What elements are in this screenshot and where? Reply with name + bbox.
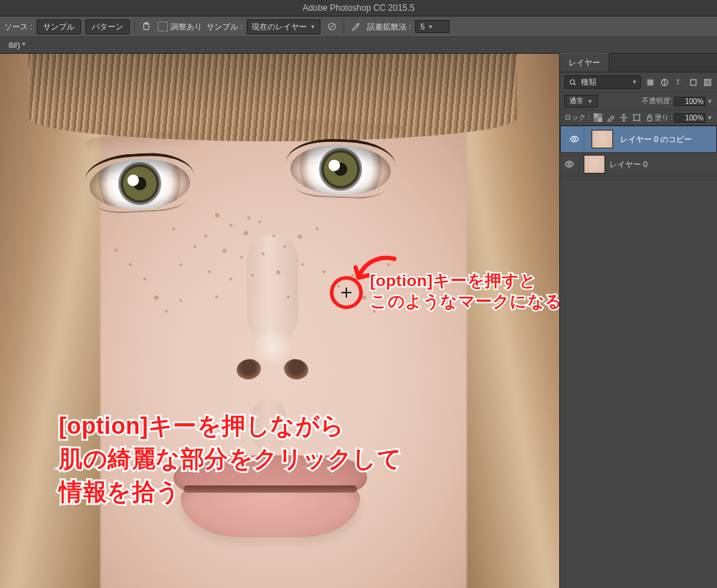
fill-input[interactable]: [674, 113, 706, 123]
aligned-checkbox[interactable]: 調整あり: [158, 22, 202, 32]
diffusion-dropdown[interactable]: 5 ▼: [415, 20, 450, 33]
photo-face: [0, 54, 559, 588]
divider: [343, 19, 344, 34]
sample-label: サンプル :: [206, 22, 242, 32]
lock-artboard-icon[interactable]: [632, 113, 642, 123]
panel-tabs: レイヤー: [560, 54, 717, 72]
source-label: ソース :: [4, 22, 32, 32]
blend-mode-dropdown[interactable]: 通常 ▼: [564, 95, 598, 108]
fill-label: 塗り :: [655, 113, 673, 123]
filter-pixel-icon[interactable]: [645, 77, 655, 87]
svg-rect-9: [705, 79, 711, 85]
layer-thumb[interactable]: [584, 155, 605, 174]
pattern-button[interactable]: パターン: [85, 19, 130, 34]
options-bar: ソース : サンプル パターン 調整あり サンプル : 現在のレイヤー ▼ 誤差…: [0, 16, 717, 37]
visibility-toggle[interactable]: [560, 153, 579, 176]
app-title: Adobe Photoshop CC 2015.5: [303, 3, 414, 13]
layer-row[interactable]: レイヤー 0: [560, 153, 717, 176]
canvas[interactable]: [option]キーを押すと このようなマークになる [option]キーを押し…: [0, 54, 559, 588]
filter-shape-icon[interactable]: [688, 77, 698, 87]
layer-thumb[interactable]: [592, 130, 613, 148]
chevron-down-icon[interactable]: ▼: [707, 98, 713, 105]
sample-button[interactable]: サンプル: [37, 19, 81, 34]
clipboard-icon[interactable]: [139, 19, 153, 34]
layer-kind-filter[interactable]: 種類 ▼: [564, 75, 641, 89]
chevron-down-icon: ▼: [427, 24, 433, 30]
svg-rect-8: [690, 80, 696, 85]
opacity-label: 不透明度:: [642, 96, 673, 106]
document-tab-bar: 8#) *: [0, 37, 717, 54]
svg-rect-14: [634, 115, 640, 120]
tab-layers[interactable]: レイヤー: [560, 53, 609, 72]
lock-position-icon[interactable]: [619, 113, 629, 123]
filter-type-icon[interactable]: T: [674, 77, 684, 87]
sample-all-icon[interactable]: [325, 19, 339, 34]
checkbox-icon[interactable]: [158, 22, 168, 32]
svg-rect-12: [594, 113, 598, 118]
chevron-down-icon: ▼: [310, 24, 315, 30]
lock-transparency-icon[interactable]: [593, 113, 603, 123]
chevron-down-icon: ▼: [587, 98, 593, 105]
layer-list: レイヤー 0 のコピー レイヤー 0: [560, 125, 717, 588]
filter-smart-icon[interactable]: [703, 77, 713, 87]
diffusion-label: 誤差拡散法 :: [367, 22, 411, 32]
divider: [134, 19, 135, 34]
blend-row: 通常 ▼ 不透明度: ▼: [560, 93, 717, 110]
layers-panel: レイヤー 種類 ▼ T 通常 ▼ 不透明度: ▼: [559, 54, 717, 588]
lock-pixels-icon[interactable]: [606, 113, 616, 123]
aligned-label: 調整あり: [171, 22, 202, 32]
svg-rect-13: [598, 118, 602, 122]
opacity-input[interactable]: [674, 97, 706, 106]
document-tab[interactable]: 8#) *: [3, 39, 31, 52]
chevron-down-icon: ▼: [632, 79, 637, 85]
layer-row[interactable]: レイヤー 0 のコピー: [560, 125, 717, 153]
pressure-size-icon[interactable]: [348, 19, 363, 34]
sample-layer-dropdown[interactable]: 現在のレイヤー ▼: [247, 19, 320, 34]
layer-name[interactable]: レイヤー 0: [609, 159, 647, 170]
lock-label: ロック :: [564, 113, 590, 123]
svg-point-3: [357, 23, 359, 25]
svg-point-4: [570, 80, 574, 84]
lock-row: ロック : 塗り : ▼: [560, 110, 717, 125]
visibility-toggle[interactable]: [565, 128, 584, 151]
main-split: [option]キーを押すと このようなマークになる [option]キーを押し…: [0, 54, 717, 588]
layer-name[interactable]: レイヤー 0 のコピー: [620, 134, 692, 145]
svg-point-17: [568, 163, 571, 166]
layer-filter-row: 種類 ▼ T: [560, 72, 717, 93]
svg-rect-15: [647, 118, 652, 121]
svg-point-16: [573, 138, 576, 141]
search-icon: [568, 77, 578, 87]
filter-adjust-icon[interactable]: [660, 77, 670, 87]
chevron-down-icon[interactable]: ▼: [707, 115, 713, 121]
app-titlebar: Adobe Photoshop CC 2015.5: [0, 0, 717, 16]
svg-rect-5: [647, 79, 654, 85]
lock-all-icon[interactable]: [645, 113, 655, 123]
svg-rect-10: [706, 80, 709, 83]
svg-text:T: T: [676, 79, 680, 86]
